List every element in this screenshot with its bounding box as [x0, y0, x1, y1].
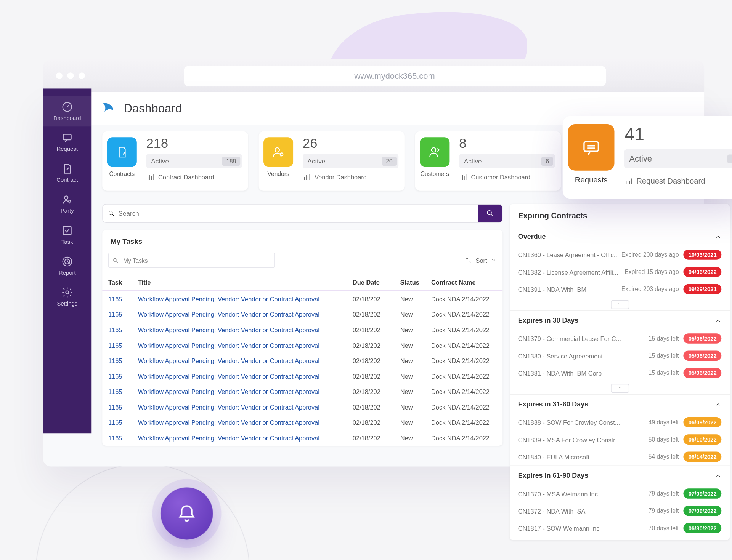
- search-icon: [112, 257, 119, 264]
- gauge-icon: [61, 101, 73, 113]
- card-stat: Active6: [459, 154, 555, 168]
- stat-cards: Contracts 218 Active189 Contract Dashboa…: [102, 131, 561, 191]
- chevron-up-icon: [715, 401, 721, 407]
- person-icon: [61, 194, 73, 206]
- expiring-row[interactable]: CN1382 - License Agreement Affili...Expi…: [510, 263, 730, 280]
- svg-point-13: [487, 211, 491, 215]
- card-count: 41: [624, 124, 732, 144]
- col-due[interactable]: Due Date: [347, 274, 394, 291]
- tasks-table: Task Title Due Date Status Contract Name…: [102, 274, 502, 446]
- page-title: Dashboard: [124, 102, 182, 115]
- nav-label: Request: [57, 146, 78, 152]
- expiring-row[interactable]: CN1372 - NDA With ISA79 days left07/09/2…: [510, 502, 730, 519]
- tasks-search[interactable]: My Tasks: [108, 253, 275, 268]
- table-row[interactable]: 1165Workflow Approval Pending: Vendor: V…: [102, 291, 502, 307]
- svg-point-12: [109, 211, 112, 214]
- gear-icon: [61, 286, 73, 298]
- table-row[interactable]: 1165Workflow Approval Pending: Vendor: V…: [102, 322, 502, 338]
- expiring-row[interactable]: CN1360 - Lease Agreement - Offic...Expir…: [510, 246, 730, 263]
- section-header[interactable]: Expires in 30 Days: [510, 310, 730, 330]
- expand-more[interactable]: [610, 384, 629, 393]
- chevron-down-icon: [491, 257, 497, 263]
- nav-contract[interactable]: Contract: [43, 157, 92, 188]
- card-vendors[interactable]: Vendors 26 Active20 Vendor Dashboard: [259, 131, 405, 191]
- expiring-row[interactable]: CN1817 - SOW Weimann Inc70 days left06/3…: [510, 519, 730, 536]
- card-dashboard-link[interactable]: Customer Dashboard: [459, 173, 555, 181]
- search-button[interactable]: [478, 205, 502, 222]
- expiring-row[interactable]: CN1391 - NDA With IBMExpired 203 days ag…: [510, 280, 730, 298]
- expiring-row[interactable]: CN1839 - MSA For Crowley Constr...50 day…: [510, 431, 730, 448]
- nav-dashboard[interactable]: Dashboard: [43, 96, 92, 126]
- search-input[interactable]: [103, 210, 478, 217]
- table-row[interactable]: 1165Workflow Approval Pending: Vendor: V…: [102, 430, 502, 446]
- search-bar[interactable]: [102, 204, 502, 223]
- card-dashboard-link[interactable]: Contract Dashboard: [146, 173, 242, 181]
- barchart-icon: [303, 173, 311, 181]
- col-title[interactable]: Title: [132, 274, 347, 291]
- col-contract[interactable]: Contract Name: [425, 274, 502, 291]
- expiring-contracts-panel: Expiring Contracts OverdueCN1360 - Lease…: [510, 204, 730, 540]
- card-requests[interactable]: Requests 41 Active5 Request Dashboard: [563, 116, 732, 199]
- nav-request[interactable]: Request: [43, 126, 92, 157]
- chevron-down-icon: [617, 301, 623, 307]
- notifications-fab[interactable]: [161, 487, 213, 539]
- section-header[interactable]: Expires in 61-90 Days: [510, 465, 730, 485]
- table-row[interactable]: 1165Workflow Approval Pending: Vendor: V…: [102, 353, 502, 369]
- table-row[interactable]: 1165Workflow Approval Pending: Vendor: V…: [102, 307, 502, 322]
- table-row[interactable]: 1165Workflow Approval Pending: Vendor: V…: [102, 368, 502, 384]
- nav-task[interactable]: Task: [43, 219, 92, 250]
- expand-more[interactable]: [610, 300, 629, 309]
- expiring-row[interactable]: CN1380 - Service Agreeement15 days left0…: [510, 347, 730, 364]
- app-logo-icon: [100, 99, 118, 117]
- expiring-row[interactable]: CN1379 - Commercial Lease For C...15 day…: [510, 330, 730, 347]
- nav-settings[interactable]: Settings: [43, 281, 92, 312]
- svg-rect-11: [584, 142, 598, 151]
- checkbox-icon: [61, 225, 73, 237]
- table-row[interactable]: 1165Workflow Approval Pending: Vendor: V…: [102, 384, 502, 400]
- chevron-up-icon: [715, 233, 721, 240]
- table-row[interactable]: 1165Workflow Approval Pending: Vendor: V…: [102, 415, 502, 430]
- nav-label: Task: [61, 238, 73, 245]
- card-dashboard-link[interactable]: Request Dashboard: [624, 176, 732, 185]
- expiring-row[interactable]: CN1840 - EULA Microsoft54 days left06/14…: [510, 448, 730, 465]
- card-dashboard-link[interactable]: Vendor Dashboard: [303, 173, 398, 181]
- request-icon: [568, 124, 615, 171]
- window-dots: [56, 72, 85, 79]
- card-stat: Active20: [303, 154, 398, 168]
- expiring-row[interactable]: CN1370 - MSA Weimann Inc79 days left07/0…: [510, 485, 730, 502]
- col-task[interactable]: Task: [102, 274, 132, 291]
- vendor-icon: [263, 137, 293, 167]
- customer-icon: [420, 137, 449, 167]
- nav-label: Contract: [56, 176, 78, 183]
- section-header[interactable]: Overdue: [510, 227, 730, 246]
- search-icon: [108, 210, 115, 217]
- sidebar: Dashboard Request Contract Party Task Re…: [43, 88, 92, 433]
- table-row[interactable]: 1165Workflow Approval Pending: Vendor: V…: [102, 338, 502, 353]
- nav-report[interactable]: Report: [43, 250, 92, 281]
- card-contracts[interactable]: Contracts 218 Active189 Contract Dashboa…: [102, 131, 248, 191]
- browser-chrome: www.mydock365.com: [43, 59, 704, 92]
- svg-point-14: [114, 258, 117, 262]
- chat-icon: [61, 132, 73, 144]
- panel-title: Expiring Contracts: [510, 204, 730, 227]
- expiring-row[interactable]: CN1381 - NDA With IBM Corp15 days left05…: [510, 364, 730, 381]
- url-bar[interactable]: www.mydock365.com: [183, 66, 606, 86]
- svg-point-10: [432, 148, 436, 152]
- barchart-icon: [624, 177, 633, 185]
- card-name: Contracts: [109, 171, 135, 177]
- chevron-down-icon: [617, 385, 623, 390]
- svg-point-8: [275, 148, 279, 152]
- table-row[interactable]: 1165Workflow Approval Pending: Vendor: V…: [102, 399, 502, 415]
- expiring-row[interactable]: CN1838 - SOW For Crowley Const...49 days…: [510, 414, 730, 431]
- col-status[interactable]: Status: [394, 274, 425, 291]
- card-stat: Active189: [146, 154, 242, 168]
- svg-point-9: [280, 153, 283, 156]
- card-customers[interactable]: Customers 8 Active6 Customer Dashboard: [415, 131, 561, 191]
- barchart-icon: [146, 173, 155, 181]
- sort-button[interactable]: Sort: [465, 257, 497, 264]
- nav-party[interactable]: Party: [43, 189, 92, 219]
- decorative-circle: [36, 464, 250, 560]
- section-header[interactable]: Expires in 31-60 Days: [510, 394, 730, 413]
- card-stat: Active5: [624, 149, 732, 168]
- svg-point-7: [66, 291, 69, 294]
